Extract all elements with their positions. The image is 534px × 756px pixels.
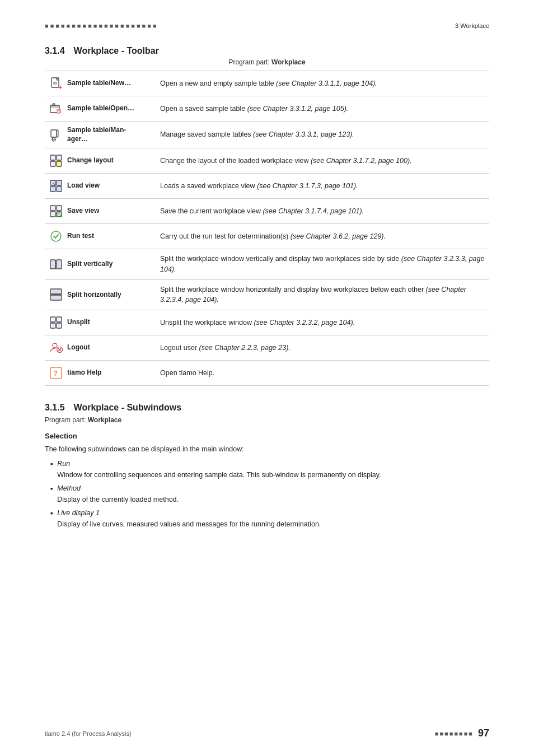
load-view-label: Load view: [67, 181, 100, 190]
table-row: Unsplit Unsplit the workplace window (se…: [45, 310, 489, 335]
sample-table-manager-desc: Manage saved sample tables (see Chapter …: [157, 122, 489, 148]
page: ■■■■■■■■■■■■■■■■■■■■■ 3 Workplace 3.1.4 …: [0, 0, 534, 756]
bottom-dots: ■■■■■■■■: [435, 730, 474, 737]
save-view-label: Save view: [67, 207, 99, 216]
svg-rect-23: [57, 260, 62, 269]
top-bar: ■■■■■■■■■■■■■■■■■■■■■ 3 Workplace: [45, 22, 489, 29]
list-item-run-content: Run Window for controlling sequences and…: [57, 458, 381, 480]
icon-label-run-test: Run test: [48, 228, 153, 244]
section-315-number: 3.1.5: [45, 403, 65, 413]
split-vertically-icon: [48, 256, 64, 272]
icon-label-tiamo-help: ? tiamo Help: [48, 365, 153, 381]
top-chapter: 3 Workplace: [455, 22, 489, 29]
list-item-live-italic: Live display 1: [57, 509, 100, 517]
svg-rect-26: [50, 295, 62, 300]
list-item-method-text: Display of the currently loaded method.: [57, 494, 179, 505]
svg-rect-22: [50, 260, 55, 269]
icon-label-change-layout: Change layout: [48, 153, 153, 169]
table-row: ? tiamo Help Open tiamo Help.: [45, 361, 489, 386]
tiamo-help-icon: ?: [48, 365, 64, 381]
svg-rect-28: [50, 317, 55, 322]
list-item-run-italic: Run: [57, 460, 70, 468]
logout-desc: Logout user (see Chapter 2.2.3, page 23)…: [157, 335, 489, 361]
list-item-run: Run Window for controlling sequences and…: [50, 458, 489, 480]
svg-rect-30: [50, 323, 55, 328]
svg-rect-10: [57, 155, 62, 160]
svg-rect-16: [57, 186, 62, 192]
save-view-desc: Save the current workplace view (see Cha…: [157, 199, 489, 224]
split-horizontally-label: Split horizontally: [67, 291, 121, 300]
svg-rect-12: [57, 161, 62, 166]
section-315-heading: 3.1.5 Workplace - Subwindows: [45, 403, 489, 413]
tiamo-help-desc: Open tiamo Help.: [157, 361, 489, 386]
svg-rect-31: [57, 323, 62, 328]
sample-table-open-desc: Open a saved sample table (see Chapter 3…: [157, 96, 489, 122]
section-314-number: 3.1.4: [45, 46, 65, 56]
svg-rect-20: [57, 212, 62, 217]
svg-rect-6: [51, 130, 57, 137]
bottom-left-text: tiamo 2.4 (for Process Analysis): [45, 730, 132, 737]
toolbar-table: Sample table/New… Open a new and empty s…: [45, 71, 489, 386]
split-horizontally-icon: [48, 287, 64, 302]
table-row: Sample table/Man- ager… Manage saved sam…: [45, 122, 489, 148]
unsplit-desc: Unsplit the workplace window (see Chapte…: [157, 310, 489, 335]
bottom-bar: tiamo 2.4 (for Process Analysis) ■■■■■■■…: [45, 727, 489, 739]
logout-label: Logout: [67, 343, 90, 352]
logout-icon: [48, 340, 64, 356]
svg-rect-14: [57, 180, 62, 185]
list-item-live-text: Display of live curves, measured values …: [57, 519, 321, 530]
icon-label-sample-manager: Sample table/Man- ager…: [48, 126, 153, 143]
icon-label-sample-open: Sample table/Open…: [48, 101, 153, 116]
section-315-program-part: Program part: Workplace: [45, 416, 489, 424]
split-horizontally-desc: Split the workplace window horizontally …: [157, 279, 489, 310]
svg-rect-9: [50, 155, 55, 160]
unsplit-label: Unsplit: [67, 318, 90, 327]
svg-point-21: [51, 231, 61, 241]
section-314-title: Workplace - Toolbar: [74, 46, 159, 56]
sample-table-open-icon: [48, 101, 64, 116]
table-row: Split horizontally Split the workplace w…: [45, 279, 489, 310]
intro-text: The following subwindows can be displaye…: [45, 444, 489, 455]
icon-label-save-view: Save view: [48, 203, 153, 219]
sample-table-manager-icon: [48, 127, 64, 143]
section-314-program-part: Program part: Workplace: [45, 58, 489, 66]
svg-rect-29: [57, 317, 62, 322]
svg-text:?: ?: [53, 369, 58, 377]
sample-table-manager-label: Sample table/Man- ager…: [67, 126, 126, 143]
svg-point-32: [53, 343, 57, 348]
section-315-title: Workplace - Subwindows: [74, 403, 182, 413]
run-test-label: Run test: [67, 232, 94, 241]
list-item-run-text: Window for controlling sequences and ent…: [57, 469, 381, 480]
svg-rect-19: [50, 212, 55, 217]
table-row: Split vertically Split the workplace win…: [45, 249, 489, 280]
icon-label-split-vertically: Split vertically: [48, 256, 153, 272]
table-row: Logout Logout user (see Chapter 2.2.3, p…: [45, 335, 489, 361]
list-item-method-italic: Method: [57, 484, 81, 492]
svg-rect-15: [50, 186, 55, 192]
sample-table-open-label: Sample table/Open…: [67, 104, 134, 113]
svg-rect-25: [50, 289, 62, 294]
tiamo-help-label: tiamo Help: [67, 368, 101, 377]
bottom-right: ■■■■■■■■ 97: [435, 727, 489, 739]
change-layout-label: Change layout: [67, 156, 114, 165]
icon-label-load-view: Load view: [48, 178, 153, 194]
icon-label-sample-new: Sample table/New…: [48, 76, 153, 91]
table-row: Sample table/New… Open a new and empty s…: [45, 71, 489, 96]
table-row: Load view Loads a saved workplace view (…: [45, 174, 489, 199]
list-item-method-content: Method Display of the currently loaded m…: [57, 483, 179, 505]
change-layout-icon: [48, 153, 64, 169]
load-view-icon: [48, 178, 64, 194]
split-vertically-label: Split vertically: [67, 260, 113, 269]
change-layout-desc: Change the layout of the loaded workplac…: [157, 148, 489, 174]
sample-table-new-desc: Open a new and empty sample table (see C…: [157, 71, 489, 96]
svg-rect-18: [57, 206, 62, 211]
selection-heading: Selection: [45, 432, 489, 440]
svg-rect-11: [50, 161, 55, 166]
icon-label-logout: Logout: [48, 340, 153, 356]
list-item-live-content: Live display 1 Display of live curves, m…: [57, 507, 321, 530]
page-number: 97: [478, 727, 489, 739]
svg-rect-17: [50, 206, 55, 211]
list-item-live-display: Live display 1 Display of live curves, m…: [50, 507, 489, 530]
unsplit-icon: [48, 315, 64, 330]
section-314-heading: 3.1.4 Workplace - Toolbar: [45, 46, 489, 56]
